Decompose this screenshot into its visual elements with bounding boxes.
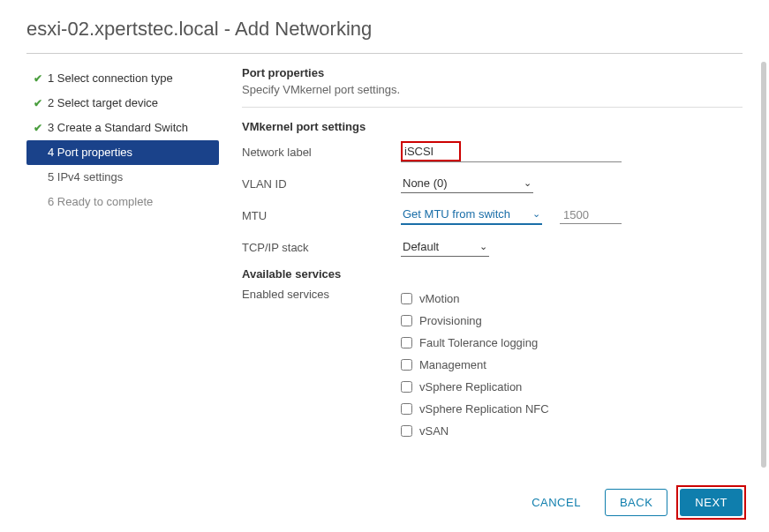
dialog-title: esxi-02.xpertstec.local - Add Networking — [26, 18, 743, 54]
step-label: 1 Select connection type — [48, 71, 173, 86]
add-networking-dialog: esxi-02.xpertstec.local - Add Networking… — [0, 0, 769, 468]
chevron-down-icon: ⌄ — [479, 241, 487, 252]
network-label-input[interactable] — [404, 143, 456, 160]
row-enabled-services: Enabled services vMotion Provisioning Fa… — [242, 288, 743, 442]
check-icon: ✔ — [34, 95, 48, 111]
network-label-label: Network label — [242, 146, 401, 159]
service-label: vSphere Replication — [419, 380, 522, 393]
vlan-label: VLAN ID — [242, 177, 401, 191]
service-label: vSAN — [419, 424, 449, 438]
service-label: vSphere Replication NFC — [419, 402, 549, 416]
mtu-select[interactable]: Get MTU from switch ⌄ — [401, 206, 542, 225]
checkbox-ft-logging[interactable] — [401, 337, 412, 348]
service-provisioning: Provisioning — [401, 310, 549, 332]
step-label: 5 IPv4 settings — [48, 169, 123, 185]
next-button-highlight: NEXT — [676, 485, 746, 520]
row-tcpip: TCP/IP stack Default ⌄ — [242, 236, 743, 259]
checkbox-vmotion[interactable] — [401, 293, 412, 304]
checkbox-management[interactable] — [401, 359, 412, 371]
enabled-services-label: Enabled services — [242, 288, 401, 301]
step-label: 2 Select target device — [48, 95, 158, 111]
divider — [242, 107, 743, 108]
wizard-steps: ✔ 1 Select connection type ✔ 2 Select ta… — [26, 66, 219, 451]
checkbox-vsphere-replication-nfc[interactable] — [401, 403, 412, 415]
service-vsphere-replication: vSphere Replication — [401, 376, 549, 398]
step-port-properties[interactable]: 4 Port properties — [26, 140, 219, 165]
section-heading: Port properties — [242, 66, 743, 79]
step-ready-complete: 6 Ready to complete — [26, 190, 219, 214]
step-connection-type[interactable]: ✔ 1 Select connection type — [26, 66, 219, 91]
cancel-button[interactable]: CANCEL — [516, 489, 596, 516]
check-icon: ✔ — [34, 120, 48, 136]
vlan-value: None (0) — [403, 176, 448, 190]
service-vmotion: vMotion — [401, 288, 549, 310]
services-list: vMotion Provisioning Fault Tolerance log… — [401, 288, 549, 442]
vlan-select[interactable]: None (0) ⌄ — [401, 175, 533, 193]
vmk-heading: VMkernel port settings — [242, 120, 743, 133]
checkbox-provisioning[interactable] — [401, 315, 412, 326]
tcpip-value: Default — [403, 240, 439, 253]
section-subheading: Specify VMkernel port settings. — [242, 83, 743, 96]
tcpip-select[interactable]: Default ⌄ — [401, 238, 489, 257]
service-label: vMotion — [419, 292, 460, 305]
wizard-content: Port properties Specify VMkernel port se… — [219, 66, 743, 451]
mtu-select-value: Get MTU from switch — [403, 207, 510, 221]
step-standard-switch[interactable]: ✔ 3 Create a Standard Switch — [26, 116, 219, 140]
service-ft-logging: Fault Tolerance logging — [401, 332, 549, 354]
checkbox-vsan[interactable] — [401, 425, 412, 437]
step-ipv4-settings[interactable]: 5 IPv4 settings — [26, 165, 219, 190]
service-vsan: vSAN — [401, 420, 549, 442]
check-icon: ✔ — [34, 71, 48, 86]
step-label: 6 Ready to complete — [48, 194, 153, 210]
dialog-footer: CANCEL BACK NEXT — [23, 485, 746, 520]
step-label: 3 Create a Standard Switch — [48, 120, 188, 136]
dialog-body: ✔ 1 Select connection type ✔ 2 Select ta… — [26, 66, 743, 451]
network-label-highlight — [401, 141, 461, 161]
back-button[interactable]: BACK — [605, 489, 667, 516]
service-management: Management — [401, 354, 549, 376]
mtu-label: MTU — [242, 209, 401, 222]
network-label-field-wrap — [401, 141, 622, 162]
services-heading: Available services — [242, 267, 743, 281]
row-network-label: Network label — [242, 140, 743, 163]
row-vlan: VLAN ID None (0) ⌄ — [242, 172, 743, 195]
chevron-down-icon: ⌄ — [524, 177, 532, 189]
service-vsphere-replication-nfc: vSphere Replication NFC — [401, 398, 549, 420]
checkbox-vsphere-replication[interactable] — [401, 381, 412, 393]
next-button[interactable]: NEXT — [680, 489, 743, 516]
mtu-value-input[interactable] — [560, 206, 622, 224]
row-mtu: MTU Get MTU from switch ⌄ — [242, 204, 743, 227]
tcpip-label: TCP/IP stack — [242, 241, 401, 254]
scrollbar[interactable] — [761, 62, 766, 468]
service-label: Management — [419, 358, 486, 371]
step-target-device[interactable]: ✔ 2 Select target device — [26, 91, 219, 116]
service-label: Provisioning — [419, 314, 482, 327]
service-label: Fault Tolerance logging — [419, 336, 538, 349]
step-label: 4 Port properties — [48, 145, 132, 161]
chevron-down-icon: ⌄ — [532, 208, 540, 220]
